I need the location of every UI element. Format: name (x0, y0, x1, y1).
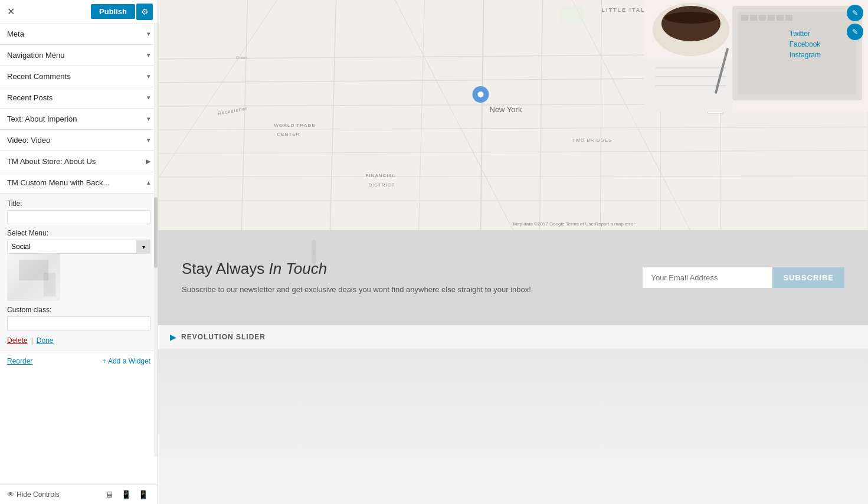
widget-tm-custom-menu-body: Title: Select Menu: Social Primary Secon… (0, 193, 158, 351)
map-area: LITTLE ITALY Rockefeller WORLD TRADE CEN… (158, 0, 868, 230)
svg-text:Map data ©2017 Google   Terms : Map data ©2017 Google Terms of Use Repor… (513, 221, 636, 227)
chevron-down-icon: ▾ (147, 30, 150, 38)
svg-text:WORLD TRADE: WORLD TRADE (274, 123, 316, 128)
edit-icon-2[interactable]: ✎ (847, 24, 863, 40)
view-icons: 🖥 📱 📱 (103, 489, 150, 500)
slider-label: REVOLUTION SLIDER (181, 333, 266, 341)
svg-text:New York: New York (490, 105, 522, 114)
svg-rect-44 (750, 15, 757, 21)
custom-class-label: Custom class: (7, 306, 150, 314)
svg-text:DISTRICT: DISTRICT (369, 182, 395, 188)
chevron-right-icon: ▶ (146, 158, 150, 165)
sidebar-header: ✕ Publish ⚙ (0, 0, 158, 24)
widget-navigation-menu-header[interactable]: Navigation Menu ▾ (0, 45, 158, 66)
widget-recent-posts-title: Recent Posts (7, 93, 53, 102)
widget-recent-posts: Recent Posts ▾ (0, 87, 158, 109)
mobile-icon: 📱 (138, 490, 148, 499)
separator: | (31, 336, 33, 345)
delete-link[interactable]: Delete (7, 336, 28, 345)
widget-video: Video: Video ▾ (0, 130, 158, 151)
widget-tm-custom-menu: TM Custom Menu with Back... ▴ Title: Sel… (0, 172, 158, 351)
sidebar-header-left: ✕ (5, 4, 17, 19)
title-field-label: Title: (7, 199, 150, 208)
edit-icon-1[interactable]: ✎ (847, 5, 863, 21)
svg-text:CENTER: CENTER (277, 132, 300, 137)
gear-icon: ⚙ (141, 7, 149, 17)
widget-tm-about-store-title: TM About Store: About Us (7, 157, 96, 166)
desktop-icon: 🖥 (106, 490, 114, 499)
custom-class-input[interactable] (7, 316, 150, 330)
sidebar-bottom-bar: 👁 Hide Controls 🖥 📱 📱 (0, 485, 158, 504)
svg-text:Green: Green (236, 55, 248, 60)
widget-tm-custom-menu-header[interactable]: TM Custom Menu with Back... ▴ (0, 172, 158, 193)
right-panel: ✎ ✎ Twitter Facebook Instagram (644, 0, 868, 112)
widget-recent-comments: Recent Comments ▾ (0, 66, 158, 87)
select-menu-dropdown[interactable]: Social Primary Secondary (7, 240, 150, 254)
desktop-view-button[interactable]: 🖥 (103, 489, 116, 500)
svg-rect-43 (741, 15, 748, 21)
pencil-icon-2: ✎ (852, 28, 858, 36)
drag-handle[interactable]: ⋮ (312, 240, 316, 264)
widget-text-about: Text: About Imperion ▾ (0, 109, 158, 130)
pencil-icon: ✎ (852, 9, 858, 17)
chevron-down-icon: ▾ (147, 94, 150, 102)
widget-meta-header[interactable]: Meta ▾ (0, 24, 158, 44)
scrollbar-thumb[interactable] (154, 197, 158, 268)
newsletter-text: Stay Always In Touch Subscribe to our ne… (182, 260, 619, 296)
drag-icon: ⋮ (312, 250, 316, 255)
newsletter-section: Stay Always In Touch Subscribe to our ne… (158, 230, 868, 325)
add-widget-button[interactable]: + Add a Widget (102, 357, 150, 365)
widget-tm-custom-menu-title: TM Custom Menu with Back... (7, 178, 109, 187)
facebook-link[interactable]: Facebook (790, 40, 821, 48)
newsletter-email-input[interactable] (643, 267, 772, 288)
widget-recent-comments-title: Recent Comments (7, 72, 71, 81)
twitter-link[interactable]: Twitter (790, 30, 821, 38)
svg-text:FINANCIAL: FINANCIAL (366, 173, 396, 178)
widget-navigation-menu: Navigation Menu ▾ (0, 45, 158, 66)
widget-video-title: Video: Video (7, 136, 50, 145)
newsletter-description: Subscribe to our newsletter and get excl… (182, 284, 619, 296)
widget-recent-posts-header[interactable]: Recent Posts ▾ (0, 87, 158, 108)
done-link[interactable]: Done (37, 336, 54, 345)
main-content: LITTLE ITALY Rockefeller WORLD TRADE CEN… (158, 0, 868, 504)
svg-text:TWO BRIDGES: TWO BRIDGES (572, 138, 612, 143)
widget-video-header[interactable]: Video: Video ▾ (0, 130, 158, 150)
svg-rect-46 (768, 15, 775, 21)
widget-tm-about-store: TM About Store: About Us ▶ (0, 151, 158, 172)
svg-point-40 (664, 12, 718, 24)
reorder-button[interactable]: Reorder (7, 357, 32, 365)
title-field-input[interactable] (7, 210, 150, 224)
hide-controls-button[interactable]: 👁 Hide Controls (7, 490, 60, 499)
svg-rect-48 (785, 15, 792, 21)
widget-footer-actions: Reorder + Add a Widget (0, 351, 158, 371)
newsletter-title-italic: In Touch (268, 260, 327, 277)
preview-area (158, 349, 868, 456)
close-button[interactable]: ✕ (5, 4, 17, 19)
tablet-view-button[interactable]: 📱 (119, 489, 133, 500)
newsletter-form: SUBSCRIBE (643, 267, 844, 288)
social-links: Twitter Facebook Instagram (790, 30, 821, 59)
chevron-down-icon: ▾ (147, 51, 150, 59)
chevron-down-icon: ▾ (147, 115, 150, 123)
mobile-view-button[interactable]: 📱 (136, 489, 150, 500)
publish-button[interactable]: Publish (91, 4, 135, 19)
chevron-down-icon: ▾ (147, 73, 150, 80)
sidebar: ✕ Publish ⚙ Meta ▾ Navigation Menu (0, 0, 158, 504)
gear-button[interactable]: ⚙ (136, 4, 153, 20)
widget-navigation-menu-title: Navigation Menu (7, 51, 65, 60)
slider-icon: ▶ (170, 332, 176, 342)
widget-text-about-title: Text: About Imperion (7, 114, 77, 123)
widget-recent-comments-header[interactable]: Recent Comments ▾ (0, 66, 158, 87)
select-menu-wrap: Social Primary Secondary ▾ (7, 240, 150, 254)
instagram-link[interactable]: Instagram (790, 51, 821, 59)
eye-icon: 👁 (7, 490, 14, 499)
svg-text:LITTLE ITALY: LITTLE ITALY (602, 7, 650, 13)
newsletter-title: Stay Always In Touch (182, 260, 619, 278)
chevron-down-icon: ▾ (147, 136, 150, 144)
newsletter-submit-button[interactable]: SUBSCRIBE (772, 267, 844, 288)
svg-point-29 (478, 91, 484, 97)
widget-text-about-header[interactable]: Text: About Imperion ▾ (0, 109, 158, 129)
widget-tm-about-store-header[interactable]: TM About Store: About Us ▶ (0, 151, 158, 172)
widget-thumbnail (7, 254, 60, 301)
svg-rect-26 (561, 6, 584, 24)
